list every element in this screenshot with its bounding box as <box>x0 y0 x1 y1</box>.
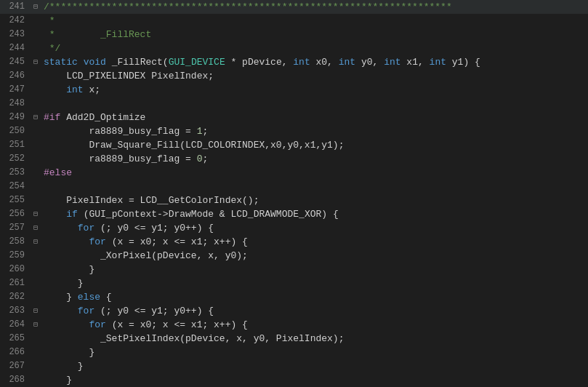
line-number: 260 <box>0 263 31 276</box>
code-line: 248 <box>0 97 588 111</box>
code-line: 241⊟/***********************************… <box>0 0 588 14</box>
code-line: 246 LCD_PIXELINDEX PixelIndex; <box>0 69 588 83</box>
fold-indicator[interactable]: ⊟ <box>31 207 41 221</box>
code-line: 259 _XorPixel(pDevice, x, y0); <box>0 249 588 263</box>
code-content: * <box>41 14 588 28</box>
code-line: 264⊟ for (x = x0; x <= x1; x++) { <box>0 318 588 332</box>
fold-indicator[interactable]: ⊟ <box>31 318 41 332</box>
code-content: } <box>41 359 588 373</box>
line-number: 255 <box>0 193 31 207</box>
code-content: _XorPixel(pDevice, x, y0); <box>41 249 588 263</box>
code-content: PixelIndex = LCD__GetColorIndex(); <box>41 193 588 207</box>
code-content: } <box>41 276 588 290</box>
code-line: 252 ra8889_busy_flag = 0; <box>0 152 588 166</box>
fold-indicator[interactable]: ⊟ <box>31 55 41 69</box>
code-content: } <box>41 373 588 387</box>
code-line: 247 int x; <box>0 83 588 97</box>
code-content: LCD_PIXELINDEX PixelIndex; <box>41 69 588 83</box>
code-line: 261 } <box>0 276 588 290</box>
line-number: 263 <box>0 304 31 318</box>
line-number: 265 <box>0 332 31 346</box>
code-line: 251 Draw_Square_Fill(LCD_COLORINDEX,x0,y… <box>0 138 588 152</box>
code-line: 260 } <box>0 263 588 276</box>
code-content: for (x = x0; x <= x1; x++) { <box>41 318 588 332</box>
code-line: 250 ra8889_busy_flag = 1; <box>0 124 588 138</box>
code-line: 255 PixelIndex = LCD__GetColorIndex(); <box>0 193 588 207</box>
code-content: for (x = x0; x <= x1; x++) { <box>41 235 588 249</box>
code-content: Draw_Square_Fill(LCD_COLORINDEX,x0,y0,x1… <box>41 138 588 152</box>
code-line: 263⊟ for (; y0 <= y1; y0++) { <box>0 304 588 318</box>
line-number: 264 <box>0 318 31 332</box>
fold-indicator[interactable]: ⊟ <box>31 0 41 14</box>
line-number: 253 <box>0 166 31 180</box>
line-number: 254 <box>0 180 31 193</box>
line-number: 268 <box>0 373 31 387</box>
line-number: 246 <box>0 69 31 83</box>
line-number: 259 <box>0 249 31 263</box>
code-line: 258⊟ for (x = x0; x <= x1; x++) { <box>0 235 588 249</box>
line-number: 248 <box>0 97 31 111</box>
code-content: } <box>41 346 588 359</box>
code-content: ra8889_busy_flag = 0; <box>41 152 588 166</box>
code-line: 245⊟static void _FillRect(GUI_DEVICE * p… <box>0 55 588 69</box>
code-content: static void _FillRect(GUI_DEVICE * pDevi… <box>41 55 588 69</box>
line-number: 266 <box>0 346 31 359</box>
code-content: } <box>41 263 588 276</box>
code-line: 242 * <box>0 14 588 28</box>
code-content: } else { <box>41 290 588 304</box>
code-content: for (; y0 <= y1; y0++) { <box>41 221 588 235</box>
code-line: 243 * _FillRect <box>0 28 588 41</box>
line-number: 242 <box>0 14 31 28</box>
code-line: 249⊟#if Add2D_Optimize <box>0 111 588 124</box>
fold-indicator[interactable]: ⊟ <box>31 221 41 235</box>
line-number: 256 <box>0 207 31 221</box>
line-number: 243 <box>0 28 31 41</box>
line-number: 262 <box>0 290 31 304</box>
code-line: 265 _SetPixelIndex(pDevice, x, y0, Pixel… <box>0 332 588 346</box>
code-editor: 241⊟/***********************************… <box>0 0 588 387</box>
code-content: */ <box>41 41 588 55</box>
line-number: 267 <box>0 359 31 373</box>
code-line: 254 <box>0 180 588 193</box>
code-content: #if Add2D_Optimize <box>41 111 588 124</box>
code-line: 257⊟ for (; y0 <= y1; y0++) { <box>0 221 588 235</box>
line-number: 249 <box>0 111 31 124</box>
line-number: 247 <box>0 83 31 97</box>
line-number: 258 <box>0 235 31 249</box>
code-content: ra8889_busy_flag = 1; <box>41 124 588 138</box>
code-content: int x; <box>41 83 588 97</box>
line-number: 261 <box>0 276 31 290</box>
line-number: 250 <box>0 124 31 138</box>
fold-indicator[interactable]: ⊟ <box>31 235 41 249</box>
code-content: * _FillRect <box>41 28 588 41</box>
code-line: 268 } <box>0 373 588 387</box>
code-line: 266 } <box>0 346 588 359</box>
line-number: 244 <box>0 41 31 55</box>
line-number: 257 <box>0 221 31 235</box>
code-content: for (; y0 <= y1; y0++) { <box>41 304 588 318</box>
fold-indicator[interactable]: ⊟ <box>31 304 41 318</box>
code-line: 267 } <box>0 359 588 373</box>
fold-indicator[interactable]: ⊟ <box>31 111 41 124</box>
code-content: _SetPixelIndex(pDevice, x, y0, PixelInde… <box>41 332 588 346</box>
code-line: 244 */ <box>0 41 588 55</box>
code-content: if (GUI_pContext->DrawMode & LCD_DRAWMOD… <box>41 207 588 221</box>
line-number: 241 <box>0 0 31 14</box>
line-number: 251 <box>0 138 31 152</box>
code-line: 262 } else { <box>0 290 588 304</box>
code-line: 253#else <box>0 166 588 180</box>
code-line: 256⊟ if (GUI_pContext->DrawMode & LCD_DR… <box>0 207 588 221</box>
code-content: /***************************************… <box>41 0 588 14</box>
code-content: #else <box>41 166 588 180</box>
line-number: 252 <box>0 152 31 166</box>
line-number: 245 <box>0 55 31 69</box>
